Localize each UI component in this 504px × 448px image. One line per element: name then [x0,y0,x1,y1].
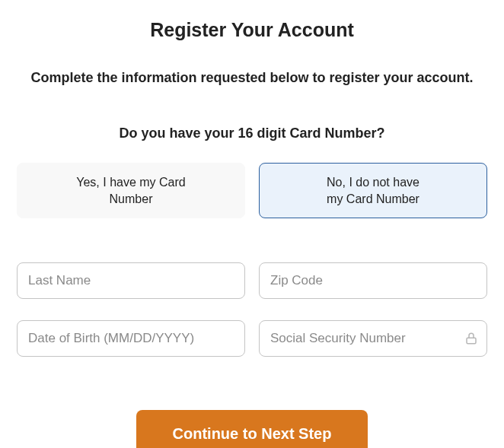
card-number-options: Yes, I have my CardNumber No, I do not h… [15,163,489,218]
page-subtitle: Complete the information requested below… [15,70,489,86]
ssn-field[interactable] [259,320,487,357]
page-title: Register Your Account [15,19,489,41]
last-name-field[interactable] [17,262,245,299]
continue-button[interactable]: Continue to Next Step [136,410,368,448]
card-number-question: Do you have your 16 digit Card Number? [15,126,489,141]
option-yes-have-card[interactable]: Yes, I have my CardNumber [17,163,245,218]
fields-grid [15,262,489,357]
zip-code-field[interactable] [259,262,487,299]
option-no-card[interactable]: No, I do not havemy Card Number [259,163,487,218]
dob-field[interactable] [17,320,245,357]
